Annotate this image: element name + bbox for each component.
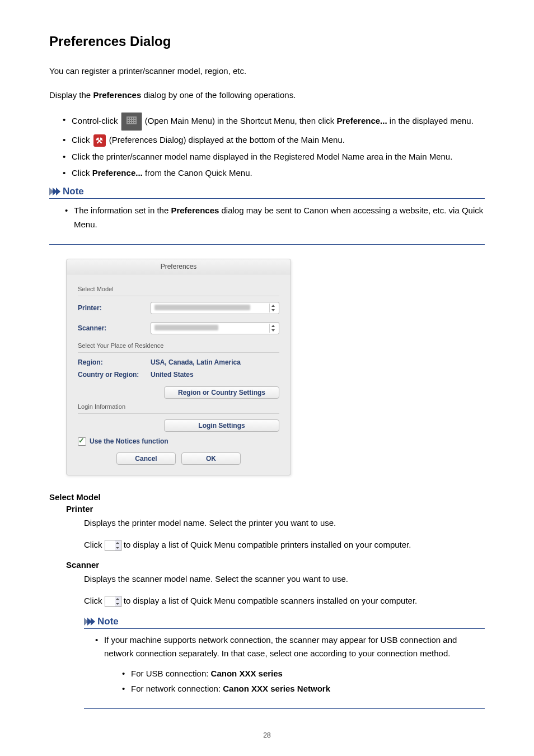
sub-bullet-item: For USB connection: Canon XXX series [121, 666, 485, 681]
text: If your machine supports network connect… [104, 635, 457, 658]
top-bullet-list: Control-click (Open Main Menu) in the Sh… [49, 113, 485, 180]
text: For network connection: [131, 684, 223, 693]
text: Click [84, 596, 105, 605]
note-chevron-icon [84, 618, 94, 626]
residence-section-label: Select Your Place of Residence [78, 342, 279, 349]
divider [78, 413, 279, 414]
text: Click [72, 168, 92, 178]
text: Display the [49, 90, 93, 100]
text: dialog by one of the following operation… [141, 90, 296, 100]
open-main-menu-icon [121, 113, 142, 130]
text: to display a list of Quick Menu compatib… [121, 596, 418, 605]
page-title: Preferences Dialog [49, 34, 485, 49]
printer-select[interactable] [151, 302, 279, 314]
intro-paragraph: You can register a printer/scanner model… [49, 65, 485, 78]
scanner-click-line: Click to display a list of Quick Menu co… [84, 594, 485, 608]
display-paragraph: Display the Preferences dialog by one of… [49, 89, 485, 102]
text: (Preferences Dialog) displayed at the bo… [109, 135, 345, 144]
printer-heading: Printer [66, 504, 485, 514]
country-value: United States [151, 371, 194, 379]
sub-bullet-item: For network connection: Canon XXX series… [121, 681, 485, 696]
login-settings-button[interactable]: Login Settings [164, 419, 279, 432]
scanner-description: Displays the scanner model name. Select … [84, 572, 485, 586]
scanner-heading: Scanner [66, 560, 485, 570]
series-name: Canon XXX series [211, 669, 283, 678]
preference-word: Preference... [92, 168, 143, 178]
dialog-titlebar: Preferences [67, 259, 291, 274]
text: in the displayed menu. [387, 116, 474, 125]
printer-label: Printer: [78, 304, 151, 312]
bullet-item: Click Preference... from the Canon Quick… [49, 166, 485, 180]
text: to display a list of Quick Menu compatib… [121, 540, 411, 549]
scanner-label: Scanner: [78, 324, 151, 332]
text: For USB connection: [131, 669, 211, 678]
notices-checkbox[interactable] [78, 437, 86, 446]
text: (Open Main Menu) in the Shortcut Menu, t… [145, 116, 337, 125]
divider [78, 296, 279, 296]
region-settings-button[interactable]: Region or Country Settings [164, 386, 279, 399]
note-block: Note The information set in the Preferen… [49, 186, 485, 245]
preferences-dialog-screenshot: Preferences Select Model Printer: Scanne… [66, 259, 291, 475]
dropdown-button-icon [105, 540, 121, 551]
select-model-section-label: Select Model [78, 286, 279, 292]
note-title: Note [63, 186, 84, 197]
text: The information set in the [74, 206, 171, 215]
dropdown-arrows-icon [269, 304, 277, 312]
printer-description: Displays the printer model name. Select … [84, 516, 485, 530]
region-value: USA, Canada, Latin America [151, 358, 241, 366]
cancel-button[interactable]: Cancel [116, 452, 176, 465]
preference-word: Preference... [337, 116, 387, 125]
preferences-dialog-icon [93, 134, 106, 147]
text: Click [84, 540, 105, 549]
ok-button[interactable]: OK [181, 452, 241, 465]
note-title: Note [97, 616, 119, 627]
scanner-select[interactable] [151, 322, 279, 334]
select-model-heading: Select Model [49, 492, 485, 502]
notices-label: Use the Notices function [90, 437, 168, 445]
text: from the Canon Quick Menu. [143, 168, 252, 178]
note-block: Note If your machine supports network co… [84, 616, 485, 709]
text: Click [72, 135, 92, 144]
page-number: 28 [49, 731, 485, 739]
bullet-item: Control-click (Open Main Menu) in the Sh… [49, 113, 485, 130]
region-label: Region: [78, 358, 151, 366]
printer-click-line: Click to display a list of Quick Menu co… [84, 538, 485, 552]
preferences-word: Preferences [171, 206, 219, 215]
preferences-word: Preferences [93, 90, 141, 100]
dropdown-button-icon [105, 596, 121, 607]
bullet-item: Click (Preferences Dialog) displayed at … [49, 133, 485, 147]
bullet-item: Click the printer/scanner model name dis… [49, 150, 485, 164]
dropdown-arrows-icon [269, 324, 277, 333]
note-item: The information set in the Preferences d… [49, 203, 485, 232]
country-label: Country or Region: [78, 371, 151, 379]
series-name: Canon XXX series Network [223, 684, 330, 693]
text: Control-click [72, 116, 120, 125]
login-section-label: Login Information [78, 403, 279, 410]
divider [78, 352, 279, 353]
note-item: If your machine supports network connect… [84, 633, 485, 696]
note-chevron-icon [49, 188, 59, 195]
